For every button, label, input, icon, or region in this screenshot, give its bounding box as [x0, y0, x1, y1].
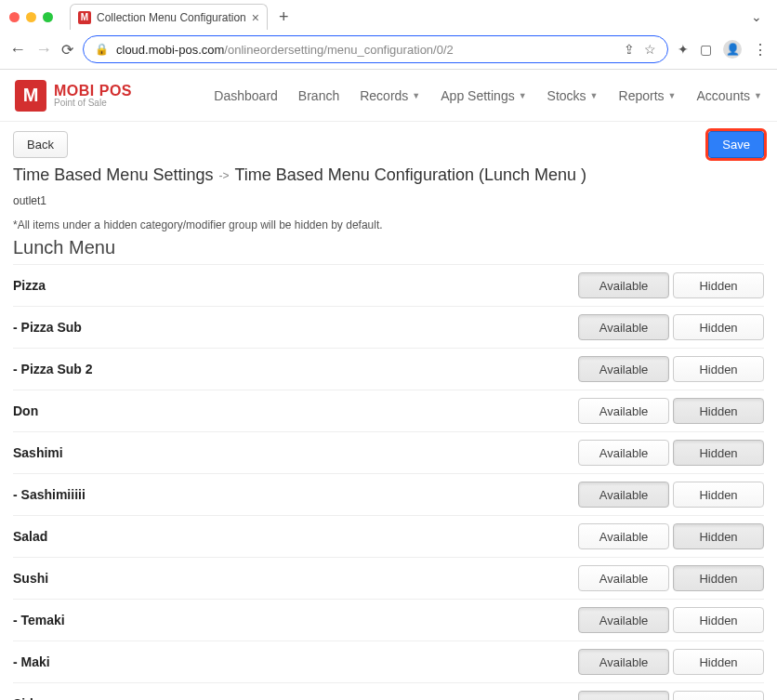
hidden-button[interactable]: Hidden — [673, 523, 764, 549]
menu-item-name: Don — [13, 403, 38, 418]
nav-records[interactable]: Records▼ — [360, 88, 420, 103]
hidden-button[interactable]: Hidden — [673, 649, 764, 675]
menu-item-name: - Maki — [13, 654, 50, 669]
browser-toolbar: ← → ⟳ 🔒 cloud.mobi-pos.com/onlineorderse… — [0, 30, 777, 69]
hidden-button[interactable]: Hidden — [673, 691, 764, 700]
nav-stocks[interactable]: Stocks▼ — [547, 88, 599, 103]
breadcrumb-parent[interactable]: Time Based Menu Settings — [13, 165, 213, 185]
star-icon[interactable]: ☆ — [644, 42, 656, 57]
hidden-button[interactable]: Hidden — [673, 482, 764, 508]
menu-item-row: DonAvailableHidden — [13, 390, 764, 432]
address-bar[interactable]: 🔒 cloud.mobi-pos.com/onlineordersetting/… — [83, 35, 668, 63]
tab-strip: M Collection Menu Configuration × + ⌄ — [0, 0, 777, 30]
favicon-icon: M — [78, 11, 91, 24]
menu-item-name: Salad — [13, 529, 47, 544]
panel-icon[interactable]: ▢ — [700, 42, 712, 57]
available-button[interactable]: Available — [578, 272, 669, 298]
new-tab-button[interactable]: + — [273, 7, 295, 27]
visibility-toggle: AvailableHidden — [578, 523, 764, 549]
window-close-icon[interactable] — [9, 12, 20, 22]
menu-kebab-icon[interactable]: ⋮ — [753, 41, 768, 59]
reload-icon[interactable]: ⟳ — [61, 41, 73, 59]
share-icon[interactable]: ⇪ — [624, 42, 635, 57]
menu-item-row: - Pizza SubAvailableHidden — [13, 307, 764, 349]
menu-item-name: Sashimi — [13, 445, 63, 460]
menu-item-row: SushiAvailableHidden — [13, 558, 764, 600]
visibility-toggle: AvailableHidden — [578, 607, 764, 633]
save-button[interactable]: Save — [708, 131, 764, 158]
hidden-button[interactable]: Hidden — [673, 607, 764, 633]
menu-item-row: - MakiAvailableHidden — [13, 641, 764, 683]
visibility-toggle: AvailableHidden — [578, 356, 764, 382]
window-zoom-icon[interactable] — [43, 12, 53, 22]
available-button[interactable]: Available — [578, 482, 669, 508]
window-minimize-icon[interactable] — [26, 12, 36, 22]
menu-title: Lunch Menu — [13, 237, 764, 258]
outlet-label: outlet1 — [13, 194, 764, 207]
hidden-button[interactable]: Hidden — [673, 398, 764, 424]
menu-item-row: - Pizza Sub 2AvailableHidden — [13, 349, 764, 390]
breadcrumb-arrow-icon: -> — [218, 169, 229, 182]
hidden-button[interactable]: Hidden — [673, 272, 764, 298]
url-text: cloud.mobi-pos.com/onlineordersetting/me… — [116, 43, 454, 57]
visibility-toggle: AvailableHidden — [578, 398, 764, 424]
visibility-toggle: AvailableHidden — [578, 314, 764, 340]
available-button[interactable]: Available — [578, 649, 669, 675]
nav-dashboard[interactable]: Dashboard — [214, 88, 278, 103]
nav-back-icon[interactable]: ← — [9, 40, 26, 59]
profile-avatar-icon[interactable]: 👤 — [723, 40, 742, 59]
available-button[interactable]: Available — [578, 314, 669, 340]
visibility-toggle: AvailableHidden — [578, 482, 764, 508]
app-header: M MOBI POS Point of Sale Dashboard Branc… — [0, 70, 777, 122]
tabs-overflow-icon[interactable]: ⌄ — [751, 9, 768, 24]
visibility-toggle: AvailableHidden — [578, 565, 764, 591]
nav-forward-icon[interactable]: → — [35, 40, 52, 59]
logo[interactable]: M MOBI POS Point of Sale — [15, 80, 132, 112]
browser-tab[interactable]: M Collection Menu Configuration × — [70, 4, 268, 30]
back-button[interactable]: Back — [13, 131, 68, 158]
brand-name: MOBI POS — [54, 83, 132, 99]
available-button[interactable]: Available — [578, 523, 669, 549]
tab-title: Collection Menu Configuration — [97, 11, 246, 24]
menu-item-row: - TemakiAvailableHidden — [13, 600, 764, 641]
available-button[interactable]: Available — [578, 356, 669, 382]
menu-item-name: - Temaki — [13, 613, 65, 627]
menu-item-name: Pizza — [13, 278, 46, 293]
window-controls — [9, 12, 53, 22]
available-button[interactable]: Available — [578, 398, 669, 424]
caret-down-icon: ▼ — [668, 91, 677, 100]
breadcrumb: Time Based Menu Settings -> Time Based M… — [13, 165, 764, 185]
logo-icon: M — [15, 80, 46, 112]
extensions-icon[interactable]: ✦ — [678, 42, 689, 57]
hidden-button[interactable]: Hidden — [673, 314, 764, 340]
available-button[interactable]: Available — [578, 691, 669, 700]
items-list: PizzaAvailableHidden- Pizza SubAvailable… — [13, 265, 764, 700]
available-button[interactable]: Available — [578, 565, 669, 591]
menu-item-name: - Pizza Sub 2 — [13, 362, 93, 376]
available-button[interactable]: Available — [578, 440, 669, 466]
nav-accounts[interactable]: Accounts▼ — [696, 88, 762, 103]
nav-app-settings[interactable]: App Settings▼ — [441, 88, 526, 103]
main-content: Back Save Time Based Menu Settings -> Ti… — [0, 122, 777, 700]
menu-item-name: - Sashimiiiii — [13, 487, 86, 502]
caret-down-icon: ▼ — [519, 91, 527, 100]
nav-reports[interactable]: Reports▼ — [619, 88, 677, 103]
menu-item-row: SashimiAvailableHidden — [13, 432, 764, 474]
close-tab-icon[interactable]: × — [252, 10, 259, 25]
menu-item-row: SaladAvailableHidden — [13, 516, 764, 558]
menu-item-row: - SashimiiiiiAvailableHidden — [13, 474, 764, 516]
caret-down-icon: ▼ — [754, 91, 762, 100]
breadcrumb-current: Time Based Menu Configuration (Lunch Men… — [234, 165, 586, 185]
nav-branch[interactable]: Branch — [298, 88, 339, 103]
menu-item-row: SidesAvailableHidden — [13, 683, 764, 700]
menu-item-row: PizzaAvailableHidden — [13, 265, 764, 307]
hidden-button[interactable]: Hidden — [673, 440, 764, 466]
visibility-toggle: AvailableHidden — [578, 691, 764, 700]
hidden-button[interactable]: Hidden — [673, 356, 764, 382]
menu-item-name: - Pizza Sub — [13, 320, 82, 335]
available-button[interactable]: Available — [578, 607, 669, 633]
browser-chrome: M Collection Menu Configuration × + ⌄ ← … — [0, 0, 777, 70]
main-nav: Dashboard Branch Records▼ App Settings▼ … — [214, 88, 762, 103]
lock-icon: 🔒 — [95, 43, 109, 56]
hidden-button[interactable]: Hidden — [673, 565, 764, 591]
